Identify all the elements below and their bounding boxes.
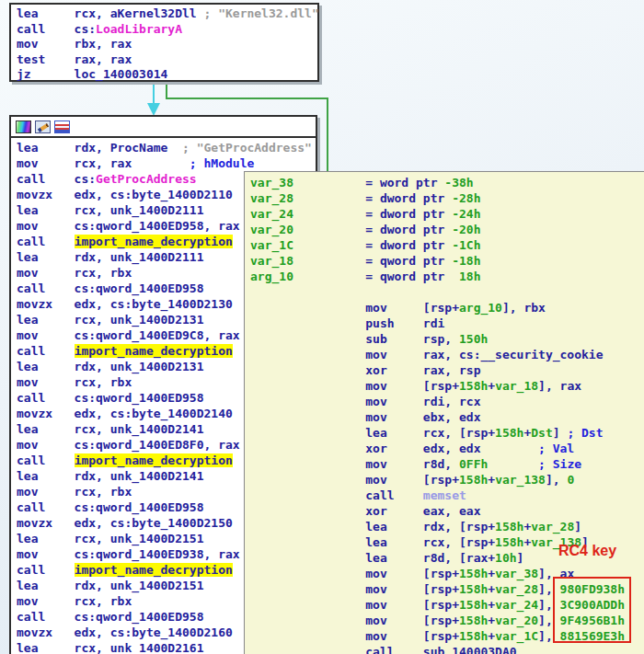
asm-line[interactable]: var_20 = dword ptr -20h xyxy=(250,222,644,237)
asm-line[interactable]: var_1C = dword ptr -1Ch xyxy=(250,237,644,253)
asm-line[interactable]: xor edx, edx ; Val xyxy=(250,441,644,456)
basic-block-loadlibrary[interactable]: lea rcx, aKernel32Dll ; "Kernel32.dll"ca… xyxy=(9,3,319,82)
asm-line[interactable]: call sub_140003DA0 xyxy=(250,644,644,654)
asm-line[interactable]: mov ebx, edx xyxy=(250,409,644,425)
asm-line[interactable]: lea rdx, ProcName ; "GetProcAddress" xyxy=(17,140,316,155)
asm-line[interactable]: test rax, rax xyxy=(17,52,317,68)
asm-line[interactable]: lea rcx, aKernel32Dll ; "Kernel32.dll" xyxy=(17,6,317,22)
asm-line[interactable]: mov [rsp+158h+var_18], rax xyxy=(250,378,644,394)
rc4-key-annotation-label: RC4 key xyxy=(558,543,616,559)
node-titlebar xyxy=(11,117,316,138)
asm-line[interactable]: sub rsp, 150h xyxy=(250,331,644,347)
arrowhead-down-icon xyxy=(147,103,160,116)
asm-line[interactable]: mov [rsp+arg_10], rbx xyxy=(250,300,644,316)
edit-node-icon[interactable] xyxy=(35,120,51,133)
asm-line[interactable]: xor rax, rsp xyxy=(250,362,644,378)
colors-icon[interactable] xyxy=(16,120,31,133)
asm-line[interactable]: arg_10 = qword ptr 18h xyxy=(250,269,644,284)
text-color-icon[interactable] xyxy=(54,120,70,133)
pencil-icon xyxy=(38,123,49,132)
asm-line[interactable]: mov rbx, rax xyxy=(17,37,317,52)
asm-line[interactable]: push rdi xyxy=(250,316,644,331)
asm-line[interactable]: var_28 = dword ptr -28h xyxy=(250,190,644,206)
asm-line[interactable]: lea rcx, [rsp+158h+Dst] ; Dst xyxy=(250,425,644,441)
ida-graph-view: lea rcx, aKernel32Dll ; "Kernel32.dll"ca… xyxy=(0,0,644,654)
asm-line[interactable]: mov rdi, rcx xyxy=(250,394,644,409)
asm-line[interactable]: var_38 = word ptr -38h xyxy=(250,175,644,190)
asm-line[interactable]: call cs:LoadLibraryA xyxy=(17,22,317,38)
asm-line[interactable]: mov rcx, rax ; hModule xyxy=(17,155,316,171)
asm-line[interactable]: mov [rsp+158h+var_138], 0 xyxy=(250,472,644,488)
asm-line[interactable]: var_18 = qword ptr -18h xyxy=(250,253,644,269)
asm-line[interactable]: lea rdx, [rsp+158h+var_28] xyxy=(250,519,644,534)
rc4-key-highlight-box xyxy=(553,577,631,643)
asm-line[interactable]: call memset xyxy=(250,488,644,503)
asm-line[interactable]: xor eax, eax xyxy=(250,503,644,519)
disassembly-listing: lea rcx, aKernel32Dll ; "Kernel32.dll"ca… xyxy=(11,5,317,83)
asm-line[interactable]: mov rax, cs:__security_cookie xyxy=(250,347,644,362)
asm-line[interactable] xyxy=(250,284,644,300)
asm-line[interactable]: mov r8d, 0FFh ; Size xyxy=(250,456,644,472)
asm-line[interactable]: jz loc_140003014 xyxy=(17,67,317,83)
asm-line[interactable]: var_24 = dword ptr -24h xyxy=(250,206,644,222)
